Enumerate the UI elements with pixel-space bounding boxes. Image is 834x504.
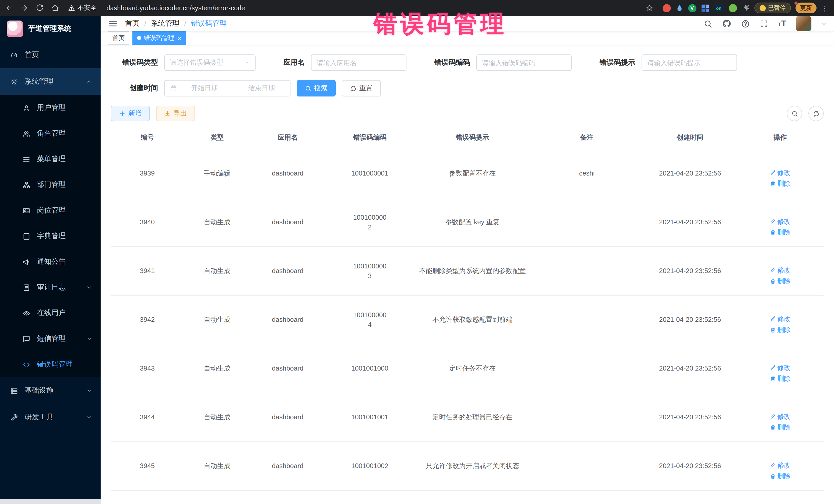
sidebar-item-dict-management[interactable]: 字典管理 (0, 223, 101, 249)
delete-link[interactable]: 删除 (770, 471, 791, 481)
sidebar-item-infrastructure[interactable]: 基础设施 (0, 377, 101, 404)
delete-link[interactable]: 删除 (770, 179, 791, 189)
sidebar-item-sms-management[interactable]: 短信管理 (0, 326, 101, 352)
app-logo[interactable]: 芋道管理系统 (0, 16, 101, 42)
delete-link[interactable]: 删除 (770, 325, 791, 335)
breadcrumb-system[interactable]: 系统管理 (151, 19, 180, 28)
url-text[interactable]: dashboard.yudao.iocoder.cn/system/error-… (107, 4, 245, 12)
cell-msg: 不能删除类型为系统内置的参数配置 (415, 247, 530, 295)
sidebar-item-label: 字典管理 (37, 232, 92, 241)
update-button[interactable]: 更新 (795, 3, 816, 13)
fullscreen-icon[interactable] (760, 19, 768, 28)
cell-app: dashboard (250, 442, 325, 490)
table-row: 3942 自动生成 dashboard 100100000 4 不允许获取敏感配… (111, 295, 824, 344)
sidebar-item-role-management[interactable]: 角色管理 (0, 120, 101, 146)
id-badge-icon (23, 206, 30, 214)
cell-id: 3944 (111, 393, 184, 442)
table-row: 3943 自动生成 dashboard 1001001000 定时任务不存在 2… (111, 344, 824, 393)
paused-badge[interactable]: 已暂停 (754, 3, 791, 13)
reload-button[interactable] (36, 4, 44, 12)
add-button[interactable]: 新增 (111, 106, 150, 121)
export-button[interactable]: 导出 (156, 106, 195, 121)
tag-home[interactable]: 首页 (108, 31, 129, 45)
extension-leaf-icon[interactable] (728, 4, 737, 12)
column-header-code: 错误码编码 (325, 126, 415, 149)
create-time-range-picker[interactable]: 开始日期 - 结束日期 (164, 80, 290, 96)
filter-label: 创建时间 (111, 84, 158, 93)
cell-actions: 修改 删除 (737, 442, 824, 490)
edit-link[interactable]: 修改 (770, 363, 791, 373)
sidebar-item-notice[interactable]: 通知公告 (0, 249, 101, 275)
chevron-down-icon (86, 388, 92, 394)
search-icon[interactable] (704, 19, 712, 28)
edit-icon (770, 267, 776, 273)
error-hint-input[interactable] (641, 54, 737, 71)
sidebar-item-error-code-management[interactable]: 错误码管理 (0, 352, 101, 377)
error-code-input[interactable] (476, 54, 572, 71)
sidebar-item-home[interactable]: 首页 (0, 42, 101, 68)
dashboard-icon (10, 51, 18, 59)
users-icon (23, 130, 30, 137)
tag-error-code-management[interactable]: 错误码管理 × (132, 31, 186, 45)
error-code-type-select[interactable]: 请选择错误码类型 (164, 54, 256, 71)
cell-id: 3941 (111, 247, 184, 295)
cell-actions: 修改 删除 (737, 198, 824, 247)
delete-link[interactable]: 删除 (770, 276, 791, 286)
server-icon (10, 387, 18, 394)
search-button[interactable]: 搜索 (297, 80, 336, 96)
cell-app: dashboard (250, 295, 325, 344)
sidebar-item-dept-management[interactable]: 部门管理 (0, 172, 101, 198)
browser-home-button[interactable] (51, 4, 59, 12)
sidebar-item-online-users[interactable]: 在线用户 (0, 300, 101, 326)
edit-link[interactable]: 修改 (770, 411, 791, 421)
sidebar-item-audit-log[interactable]: 审计日志 (0, 275, 101, 300)
forward-button[interactable] (21, 4, 28, 12)
extension-grid-icon[interactable] (701, 4, 709, 12)
edit-link[interactable]: 修改 (770, 168, 791, 178)
delete-link[interactable]: 删除 (770, 227, 791, 237)
font-size-icon[interactable]: TT (778, 20, 786, 28)
list-icon (23, 155, 30, 163)
navbar-actions: TT (704, 16, 834, 31)
extension-on-icon[interactable]: on (714, 4, 724, 12)
edit-link[interactable]: 修改 (770, 460, 791, 470)
sidebar-item-system-management[interactable]: 系统管理 (0, 68, 101, 95)
address-bar[interactable]: 不安全 dashboard.yudao.iocoder.cn/system/er… (65, 4, 656, 12)
edit-link[interactable]: 修改 (770, 216, 791, 226)
extension-red-icon[interactable] (662, 4, 671, 12)
chevron-down-icon[interactable] (821, 21, 827, 26)
hamburger-icon[interactable] (101, 19, 125, 28)
sidebar-item-dev-tools[interactable]: 研发工具 (0, 404, 101, 431)
plus-icon (119, 110, 126, 117)
table-toolbar: 新增 导出 (111, 106, 824, 121)
edit-link[interactable]: 修改 (770, 314, 791, 324)
cell-id: 3946 (111, 490, 184, 504)
extension-drop-icon[interactable] (675, 4, 683, 12)
delete-link[interactable]: 删除 (770, 422, 791, 432)
edit-link[interactable]: 修改 (770, 265, 791, 275)
cell-code: 1001001002 (325, 442, 415, 490)
not-secure-warning[interactable]: 不安全 (68, 4, 97, 12)
toggle-search-button[interactable] (787, 106, 802, 121)
github-icon[interactable] (722, 19, 731, 28)
sidebar-item-post-management[interactable]: 岗位管理 (0, 198, 101, 223)
breadcrumb-home[interactable]: 首页 (125, 19, 139, 28)
bookmark-star-icon[interactable] (645, 4, 653, 12)
tag-close-icon[interactable]: × (178, 35, 181, 41)
sidebar-item-user-management[interactable]: 用户管理 (0, 95, 101, 120)
refresh-table-button[interactable] (808, 106, 824, 121)
back-button[interactable] (5, 4, 13, 12)
sidebar-item-menu-management[interactable]: 菜单管理 (0, 146, 101, 172)
app-name-input[interactable] (311, 54, 407, 71)
table-row: 3941 自动生成 dashboard 100100000 3 不能删除类型为系… (111, 247, 824, 295)
delete-link[interactable]: 删除 (770, 374, 791, 384)
chevron-down-icon (244, 60, 250, 66)
browser-menu-icon[interactable]: ⋮ (821, 4, 829, 12)
help-icon[interactable] (741, 19, 750, 28)
user-avatar[interactable] (796, 16, 811, 31)
extensions-puzzle-icon[interactable] (741, 4, 750, 12)
cell-type: 自动生成 (184, 490, 250, 504)
column-header-memo: 备注 (530, 126, 643, 149)
extension-v-icon[interactable]: V (688, 4, 696, 12)
reset-button[interactable]: 重置 (342, 80, 381, 96)
